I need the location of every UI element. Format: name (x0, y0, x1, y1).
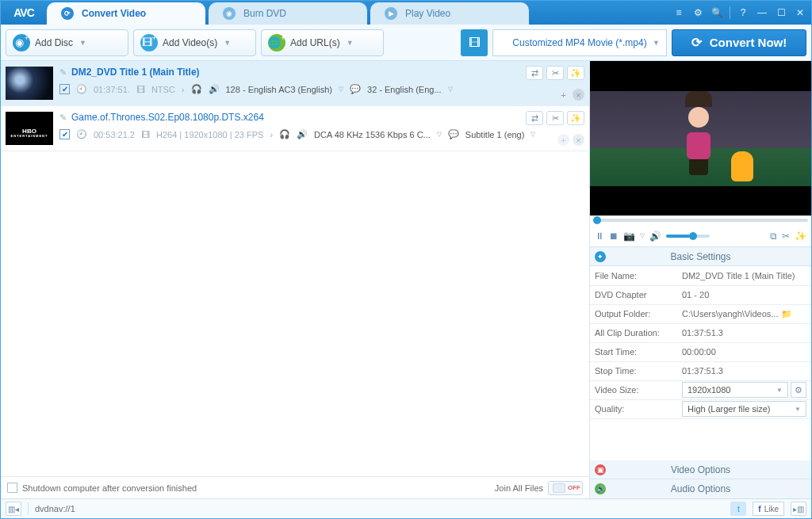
tab-convert-video[interactable]: ⟳ Convert Video (47, 2, 205, 25)
preview-controls: ⏸ ⏹ 📷 ▽ 🔊 ⧉ ✂ ✨ (590, 225, 811, 247)
edit-icon[interactable]: ✎ (59, 67, 67, 78)
value-file-name[interactable]: DM2_DVD Title 1 (Main Title) (677, 266, 811, 285)
title-bar: AVC ⟳ Convert Video ◉ Burn DVD ▶ Play Vi… (1, 1, 811, 25)
item-title: DM2_DVD Title 1 (Main Title) (71, 67, 200, 78)
panel-left-icon[interactable]: ▥◂ (6, 502, 21, 516)
video-options-header[interactable]: ▣ Video Options (590, 460, 811, 479)
list-item[interactable]: ✎ DM2_DVD Title 1 (Main Title) ✔ 🕘 01:37… (1, 61, 589, 106)
button-label: Add Disc (35, 37, 73, 48)
film-icon: 🎞 (141, 130, 150, 139)
help-icon[interactable]: ? (737, 6, 749, 19)
profile-icon: 🎞 (461, 29, 488, 56)
convert-now-button[interactable]: ⟳ Convert Now! (672, 29, 806, 56)
film-icon: 🎞 (136, 85, 145, 94)
chevron-down-icon[interactable]: ▽ (437, 131, 442, 138)
value-start-time[interactable]: 00:00:00 (677, 342, 811, 361)
pause-icon[interactable]: ⏸ (595, 231, 604, 242)
effects-icon[interactable]: ✨ (567, 66, 584, 80)
toggle-state: OFF (568, 484, 580, 491)
shutdown-checkbox[interactable] (7, 483, 17, 493)
value-output-folder[interactable]: C:\Users\yangh\Videos...📁 (677, 304, 811, 323)
cut-icon[interactable]: ✂ (546, 66, 564, 80)
thumbnail: HBOENTERTAINMENT (6, 112, 53, 145)
add-urls-button[interactable]: 🌐+ Add URL(s) ▼ (261, 29, 384, 56)
add-disc-button[interactable]: ◉+ Add Disc ▼ (6, 29, 128, 56)
video-preview[interactable] (590, 61, 811, 216)
empty-list-area (1, 151, 589, 476)
output-profile-select[interactable]: Customized MP4 Movie (*.mp4) ▼ (492, 29, 667, 56)
speaker-icon: 🔊 (595, 483, 606, 494)
volume-icon[interactable]: 🔊 (649, 231, 661, 242)
volume-slider[interactable] (666, 235, 710, 238)
remove-icon[interactable]: × (573, 89, 584, 101)
audio-options-header[interactable]: 🔊 Audio Options (590, 479, 811, 498)
menu-icon[interactable]: ≡ (672, 6, 685, 19)
folder-icon[interactable]: 📁 (781, 309, 792, 319)
quality-select[interactable]: High (Larger file size) ▼ (682, 401, 806, 417)
basic-settings-header[interactable]: ✦ Basic Settings (590, 247, 811, 266)
chevron-down-icon[interactable]: ▽ (339, 86, 343, 93)
label-output-folder: Output Folder: (590, 304, 677, 323)
edit-icon[interactable]: ✎ (59, 113, 67, 123)
button-label: Convert Now! (710, 36, 787, 49)
chevron-down-icon: ▼ (653, 39, 660, 47)
settings-icon[interactable]: ⚙ (691, 6, 704, 19)
label-dvd-chapter: DVD Chapter (590, 285, 677, 304)
effects-icon[interactable]: ✨ (567, 111, 584, 125)
button-label: Add Video(s) (163, 37, 217, 48)
popout-icon[interactable]: ⧉ (770, 231, 777, 242)
window-controls: ≡ ⚙ 🔍 ? ― ☐ ✕ (668, 1, 811, 25)
convert-icon: ⟳ (691, 35, 702, 50)
swap-icon[interactable]: ⇄ (526, 66, 543, 80)
film-icon: 🎞+ (140, 34, 158, 52)
twitter-icon[interactable]: t (730, 502, 746, 516)
cut-icon[interactable]: ✂ (782, 231, 790, 242)
item-checkbox[interactable]: ✔ (59, 129, 70, 139)
stop-icon[interactable]: ⏹ (609, 231, 619, 242)
quality-value: High (Larger file size) (688, 404, 771, 414)
section-title: Video Options (671, 464, 730, 475)
gear-icon[interactable]: ⚙ (791, 382, 806, 398)
close-icon[interactable]: ✕ (794, 6, 806, 19)
minimize-icon[interactable]: ― (756, 6, 768, 19)
seek-bar[interactable] (590, 216, 811, 225)
facebook-like-button[interactable]: fLike (753, 502, 784, 516)
panel-right-icon[interactable]: ▸▥ (791, 502, 806, 516)
search-icon[interactable]: 🔍 (710, 6, 723, 19)
list-item[interactable]: HBOENTERTAINMENT ✎ Game.of.Thrones.S02.E… (1, 106, 589, 151)
chevron-down-icon: ▼ (776, 387, 783, 394)
chevron-down-icon[interactable]: ▽ (640, 232, 645, 239)
cut-icon[interactable]: ✂ (546, 111, 564, 125)
subtitle-track-text: 32 - English (Eng... (367, 85, 442, 94)
label-video-size: Video Size: (590, 380, 677, 399)
chevron-down-icon[interactable]: ▽ (530, 131, 535, 138)
value-stop-time[interactable]: 01:37:51.3 (677, 361, 811, 380)
swap-icon[interactable]: ⇄ (526, 111, 543, 125)
like-label: Like (764, 505, 779, 513)
play-icon: ▶ (385, 7, 397, 20)
chevron-down-icon[interactable]: ▽ (448, 86, 453, 93)
add-videos-button[interactable]: 🎞+ Add Video(s) ▼ (133, 29, 256, 56)
main-tabs: ⟳ Convert Video ◉ Burn DVD ▶ Play Video (47, 1, 668, 25)
maximize-icon[interactable]: ☐ (775, 6, 787, 19)
codec-text: NTSC (151, 85, 175, 94)
tab-play-video[interactable]: ▶ Play Video (370, 2, 529, 25)
value-dvd-chapter[interactable]: 01 - 20 (677, 285, 811, 304)
audio-icon: 🎧 (191, 84, 202, 94)
label-file-name: File Name: (590, 266, 677, 285)
refresh-icon: ⟳ (61, 7, 74, 20)
tab-label: Burn DVD (243, 8, 286, 19)
item-checkbox[interactable]: ✔ (59, 84, 70, 94)
thumbnail (6, 67, 53, 100)
snapshot-icon[interactable]: 📷 (623, 231, 635, 242)
effects-icon[interactable]: ✨ (795, 231, 806, 242)
tab-burn-dvd[interactable]: ◉ Burn DVD (209, 2, 367, 25)
video-size-select[interactable]: 1920x1080 ▼ (682, 382, 788, 398)
remove-icon[interactable]: × (573, 134, 584, 146)
add-icon[interactable]: + (557, 89, 569, 101)
add-icon[interactable]: + (557, 134, 569, 146)
subtitle-icon: 💬 (448, 129, 459, 139)
join-files-toggle[interactable]: OFF (548, 481, 583, 495)
status-path: dvdnav://1 (35, 504, 75, 513)
label-stop-time: Stop Time: (590, 361, 677, 380)
